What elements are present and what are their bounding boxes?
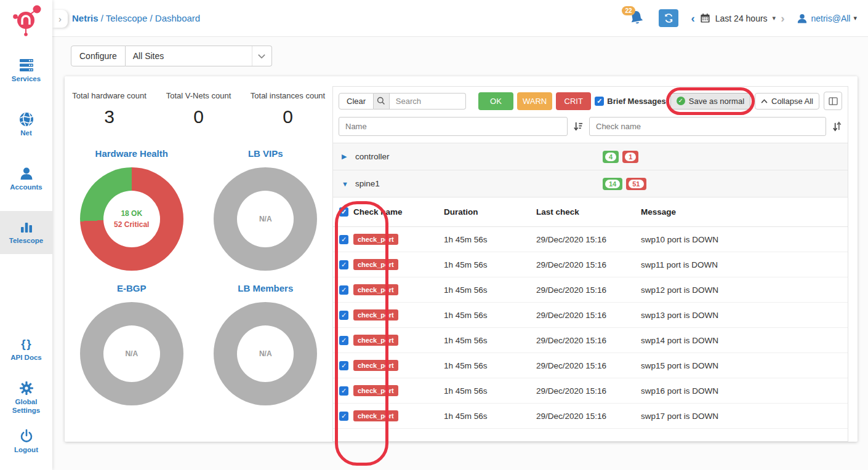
row-checkbox[interactable] [339, 285, 348, 295]
last-check-header[interactable]: Last check [536, 207, 641, 217]
stat-value: 0 [243, 106, 332, 127]
select-all-checkbox[interactable] [339, 207, 348, 217]
brief-messages-checkbox[interactable] [595, 97, 604, 106]
sidebar-item-api-docs[interactable]: { } API Docs [0, 333, 52, 366]
sidebar-item-accounts[interactable]: Accounts [0, 162, 52, 196]
message-header[interactable]: Message [641, 207, 842, 217]
chevron-down-icon[interactable] [252, 46, 271, 66]
breadcrumb-root[interactable]: Netris [72, 13, 98, 23]
bar-chart-icon [18, 220, 34, 234]
configure-bar: Configure All Sites [71, 46, 272, 66]
donut-title: LB VIPs [214, 148, 317, 159]
servers-icon [18, 58, 34, 73]
sidebar-item-logout[interactable]: Logout [0, 425, 52, 458]
netris-logo-icon[interactable] [9, 4, 44, 37]
group-row-controller[interactable]: ▶ controller 4 1 [333, 143, 848, 170]
donut-lb-vips: LB VIPs N/A [214, 148, 317, 271]
table-row[interactable]: check_port 1h 45m 56s 29/Dec/2020 15:16 … [333, 404, 848, 429]
sidebar-item-label: Services [12, 75, 41, 84]
last-check-cell: 29/Dec/2020 15:16 [536, 386, 641, 396]
row-checkbox[interactable] [339, 386, 348, 396]
row-checkbox[interactable] [339, 311, 348, 320]
check-circle-icon [677, 97, 685, 105]
sidebar-item-global-settings[interactable]: Global Settings [0, 377, 52, 419]
time-range-nav: ‹ Last 24 hours ▾ › [691, 12, 784, 24]
check-name-badge: check_port [353, 385, 398, 396]
hardware-health-donut-chart[interactable]: 18 OK 52 Critical [80, 167, 183, 271]
duration-cell: 1h 45m 56s [444, 386, 536, 396]
row-checkbox[interactable] [339, 235, 348, 244]
search-input[interactable] [390, 93, 466, 110]
save-as-normal-button[interactable]: Save as normal [670, 93, 750, 110]
collapse-all-button[interactable]: Collapse All [755, 93, 819, 110]
check-name-badge: check_port [353, 234, 398, 245]
user-menu[interactable]: netris@All ▾ [797, 13, 857, 24]
configure-button[interactable]: Configure [71, 46, 126, 66]
stat-instances-count: Total instances count 0 [243, 91, 332, 127]
detail-table-header: Check name Duration Last check Message [333, 197, 848, 227]
check-name-header[interactable]: Check name [353, 207, 403, 217]
row-checkbox[interactable] [339, 361, 348, 370]
donut-na-label: N/A [125, 348, 138, 359]
sidebar-item-telescope[interactable]: Telescope [0, 211, 52, 254]
table-row[interactable]: check_port 1h 45m 56s 29/Dec/2020 15:16 … [333, 328, 848, 353]
table-row[interactable]: check_port 1h 45m 56s 29/Dec/2020 15:16 … [333, 227, 848, 252]
site-selector[interactable]: All Sites [126, 46, 272, 66]
donut-title: E-BGP [80, 283, 183, 293]
sidebar-item-services[interactable]: Services [0, 54, 52, 87]
clear-button[interactable]: Clear [339, 93, 374, 110]
sidebar-collapse-handle[interactable]: › [52, 10, 68, 28]
breadcrumb-path[interactable]: / Telescope / Dashboard [98, 13, 201, 23]
duration-header[interactable]: Duration [444, 207, 536, 217]
group-row-spine1[interactable]: ▼ spine1 14 51 [333, 170, 848, 197]
name-filter-input[interactable] [339, 117, 568, 136]
message-cell: swp16 port is DOWN [641, 386, 842, 396]
last-check-cell: 29/Dec/2020 15:16 [536, 361, 641, 370]
donut-e-bgp: E-BGP N/A [80, 283, 183, 405]
column-settings-button[interactable] [824, 92, 842, 110]
duration-cell: 1h 45m 56s [444, 311, 536, 320]
donut-na-label: N/A [259, 213, 272, 225]
next-range-button[interactable]: › [781, 12, 784, 24]
donut-grid: Hardware Health 18 OK 52 Critical LB VIP… [65, 148, 332, 405]
table-row[interactable]: check_port 1h 45m 56s 29/Dec/2020 15:16 … [333, 277, 848, 303]
stat-vnets-count: Total V-Nets count 0 [154, 91, 243, 127]
row-checkbox[interactable] [339, 260, 348, 269]
duration-cell: 1h 45m 56s [444, 285, 536, 295]
crit-filter-button[interactable]: CRIT [556, 92, 591, 110]
columns-icon [829, 97, 838, 105]
calendar-icon [700, 13, 710, 23]
sidebar-item-net[interactable]: Net [0, 108, 52, 141]
header-actions: 22 ‹ [628, 9, 868, 28]
ok-filter-button[interactable]: OK [478, 92, 513, 110]
brief-messages-label: Brief Messages [607, 97, 665, 106]
donut-ok-label: 18 OK [121, 208, 142, 219]
time-range-label[interactable]: Last 24 hours [715, 14, 768, 23]
table-row[interactable]: check_port 1h 45m 56s 29/Dec/2020 15:16 … [333, 378, 848, 404]
sort-up-down-icon[interactable] [832, 121, 842, 132]
row-checkbox[interactable] [339, 412, 348, 421]
collapse-all-label: Collapse All [771, 97, 813, 106]
sort-amount-icon[interactable] [573, 121, 584, 132]
table-row[interactable]: check_port 1h 45m 56s 29/Dec/2020 15:16 … [333, 303, 848, 328]
table-row[interactable]: check_port 1h 45m 56s 29/Dec/2020 15:16 … [333, 353, 848, 378]
brief-messages-toggle[interactable]: Brief Messages [595, 97, 665, 106]
refresh-button[interactable] [659, 9, 678, 27]
expand-arrow-icon[interactable]: ▶ [342, 153, 350, 161]
warn-filter-button[interactable]: WARN [517, 92, 552, 110]
breadcrumb[interactable]: Netris / Telescope / Dashboard [72, 13, 200, 23]
check-name-filter-input[interactable] [589, 117, 826, 136]
user-label: netris@All [811, 14, 850, 23]
collapse-arrow-icon[interactable]: ▼ [342, 180, 350, 188]
donut-lb-members: LB Members N/A [214, 283, 317, 405]
time-range-caret-icon[interactable]: ▾ [773, 14, 776, 22]
row-checkbox[interactable] [339, 336, 348, 345]
notifications-button[interactable]: 22 [628, 9, 646, 28]
toolbar-right-group: Brief Messages Save as normal Collapse A… [595, 92, 842, 110]
stat-value: 0 [154, 106, 243, 127]
power-icon [18, 429, 34, 444]
duration-cell: 1h 45m 56s [444, 336, 536, 345]
stat-label: Total instances count [243, 91, 332, 100]
prev-range-button[interactable]: ‹ [691, 12, 694, 24]
table-row[interactable]: check_port 1h 45m 56s 29/Dec/2020 15:16 … [333, 252, 848, 277]
